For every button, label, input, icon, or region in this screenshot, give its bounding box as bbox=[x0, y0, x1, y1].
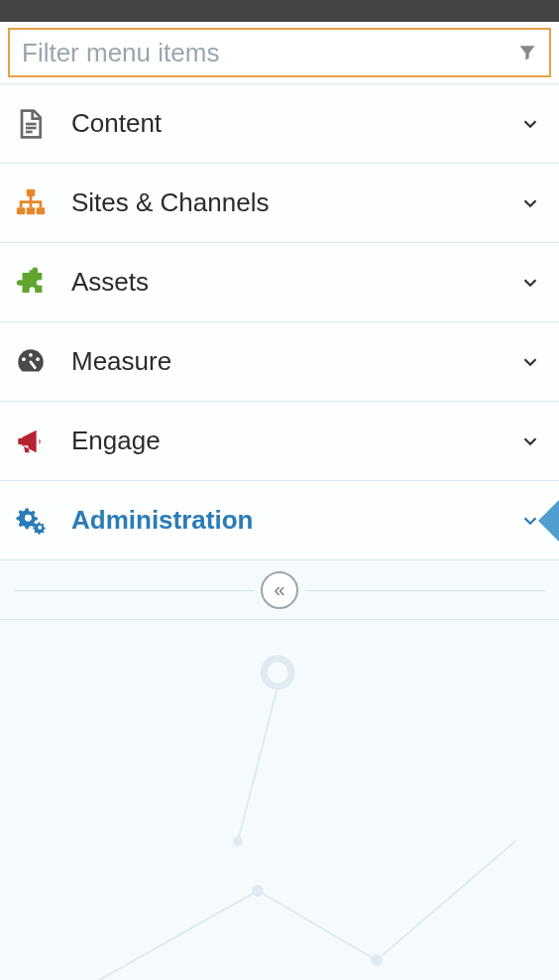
menu-label: Measure bbox=[57, 346, 519, 377]
chevron-down-icon bbox=[519, 192, 541, 214]
svg-point-14 bbox=[253, 886, 263, 896]
svg-point-10 bbox=[25, 514, 32, 521]
funnel-icon bbox=[517, 43, 537, 62]
menu-item-assets[interactable]: Assets bbox=[0, 243, 559, 322]
sitemap-icon bbox=[14, 186, 57, 220]
chevron-double-left-icon: « bbox=[274, 578, 284, 601]
menu-item-sites-channels[interactable]: Sites & Channels bbox=[0, 164, 559, 243]
chevron-down-icon bbox=[519, 272, 541, 294]
active-indicator bbox=[538, 499, 559, 543]
menu-label: Content bbox=[57, 108, 519, 139]
document-icon bbox=[14, 108, 57, 140]
filter-input[interactable] bbox=[22, 38, 517, 68]
svg-point-13 bbox=[234, 837, 242, 845]
svg-point-15 bbox=[372, 955, 382, 965]
gauge-icon bbox=[14, 345, 57, 379]
svg-point-11 bbox=[38, 525, 42, 529]
window-top-bar bbox=[0, 0, 559, 22]
svg-rect-3 bbox=[27, 188, 36, 195]
chevron-down-icon bbox=[519, 351, 541, 373]
chevron-down-icon bbox=[519, 430, 541, 452]
svg-rect-4 bbox=[17, 207, 25, 214]
collapse-row: « bbox=[0, 560, 559, 620]
menu-item-content[interactable]: Content bbox=[0, 84, 559, 164]
svg-point-12 bbox=[264, 659, 291, 686]
filter-box[interactable] bbox=[8, 28, 551, 77]
svg-rect-6 bbox=[37, 207, 46, 214]
menu-label: Assets bbox=[57, 267, 519, 298]
menu-item-administration[interactable]: Administration bbox=[0, 481, 559, 560]
sidebar-menu: Content Sites & Channels Assets bbox=[0, 83, 559, 560]
svg-point-9 bbox=[36, 357, 40, 361]
svg-point-8 bbox=[29, 353, 33, 357]
menu-label: Sites & Channels bbox=[57, 187, 519, 218]
svg-rect-5 bbox=[27, 207, 36, 214]
filter-container bbox=[0, 22, 559, 83]
collapse-sidebar-button[interactable]: « bbox=[261, 571, 298, 609]
chevron-down-icon bbox=[519, 113, 541, 135]
bullhorn-icon bbox=[14, 425, 57, 458]
menu-label: Engage bbox=[57, 426, 519, 456]
menu-item-measure[interactable]: Measure bbox=[0, 322, 559, 402]
svg-point-7 bbox=[22, 357, 26, 361]
puzzle-icon bbox=[14, 266, 57, 300]
menu-label: Administration bbox=[57, 505, 519, 536]
gears-icon bbox=[14, 503, 57, 539]
background-decoration bbox=[0, 633, 559, 980]
menu-item-engage[interactable]: Engage bbox=[0, 402, 559, 481]
